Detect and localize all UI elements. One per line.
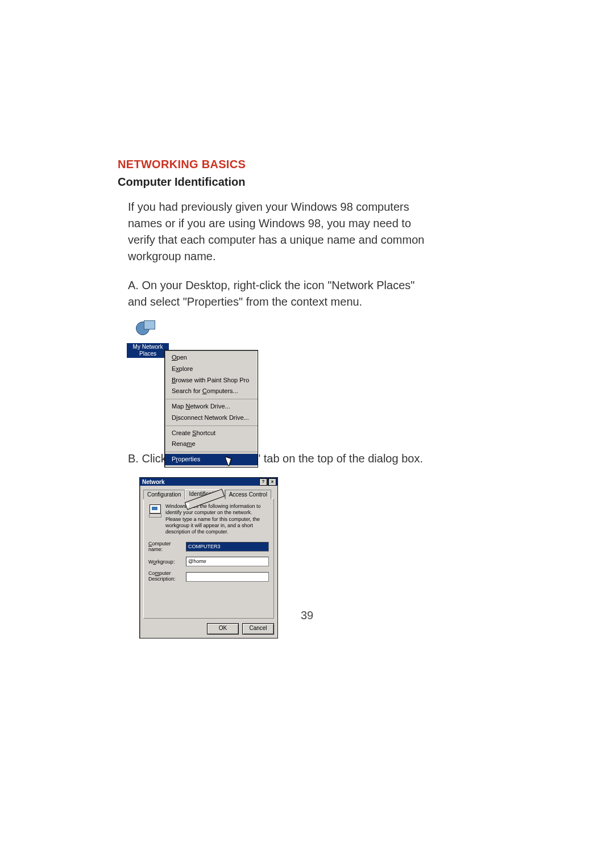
step-a-text: A. On your Desktop, right-click the icon… (128, 277, 425, 310)
menu-map-drive[interactable]: Map Network Drive... (165, 401, 258, 412)
content-block: NETWORKING BASICS Computer Identificatio… (118, 158, 425, 639)
my-network-places-icon[interactable] (136, 320, 157, 342)
workgroup-label: Workgroup: (148, 559, 184, 565)
document-page: NETWORKING BASICS Computer Identificatio… (0, 0, 614, 868)
menu-properties[interactable]: Properties (165, 454, 258, 465)
section-title: NETWORKING BASICS (118, 158, 425, 171)
workgroup-input[interactable]: @home (186, 557, 269, 566)
computer-icon (148, 503, 162, 517)
dialog-title: Network (142, 479, 164, 485)
page-number: 39 (0, 609, 614, 622)
figure-context-menu: My Network Places Open Explore Browse wi… (128, 320, 264, 437)
section-subtitle: Computer Identification (118, 176, 425, 189)
context-menu: Open Explore Browse with Paint Shop Pro … (164, 350, 258, 468)
cursor-icon (227, 456, 234, 465)
description-label: ComputerDescription: (148, 571, 184, 582)
my-network-places-label: My Network Places (127, 343, 169, 358)
tab-configuration[interactable]: Configuration (143, 490, 185, 499)
menu-create-shortcut[interactable]: Create Shortcut (165, 428, 258, 439)
tab-identification[interactable]: Identification (185, 489, 225, 499)
identification-info-text: Windows uses the following information t… (165, 503, 269, 535)
menu-search-computers[interactable]: Search for Computers... (165, 386, 258, 397)
menu-browse-psp[interactable]: Browse with Paint Shop Pro (165, 375, 258, 386)
cancel-button[interactable]: Cancel (242, 623, 274, 635)
tab-strip: Configuration Identification Access Cont… (143, 489, 274, 499)
tab-access-control[interactable]: Access Control (225, 490, 271, 499)
ok-button[interactable]: OK (207, 623, 239, 635)
menu-rename[interactable]: Rename (165, 439, 258, 450)
help-button[interactable]: ? (259, 478, 267, 486)
description-input[interactable] (186, 572, 269, 582)
close-button[interactable]: x (268, 478, 276, 486)
intro-paragraph: If you had previously given your Windows… (128, 199, 425, 265)
computer-name-input[interactable]: COMPUTER3 (186, 542, 269, 552)
menu-explore[interactable]: Explore (165, 364, 258, 375)
tab-panel-identification: Windows uses the following information t… (143, 498, 274, 619)
computer-name-label: Computer name: (148, 541, 184, 552)
menu-disconnect-drive[interactable]: Disconnect Network Drive... (165, 412, 258, 424)
dialog-titlebar: Network ? x (140, 478, 277, 486)
menu-open[interactable]: Open (165, 352, 258, 364)
